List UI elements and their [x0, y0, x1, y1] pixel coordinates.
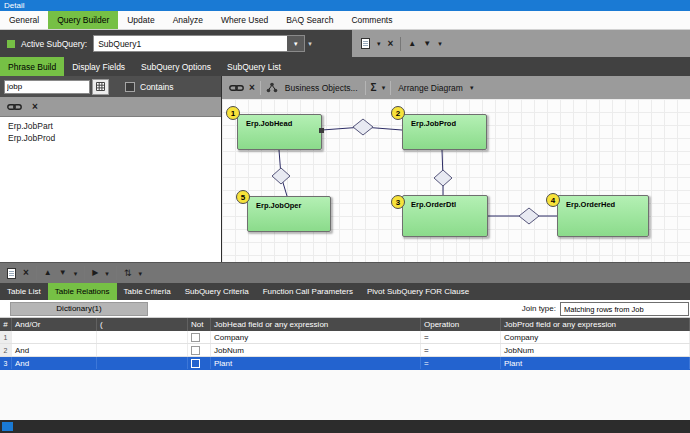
- cell-right-field[interactable]: JobNum: [501, 344, 690, 356]
- tab-analyze[interactable]: Analyze: [164, 11, 212, 29]
- cell-and-or[interactable]: And: [12, 344, 97, 356]
- diagram-table-jobprod[interactable]: Erp.JobProd: [402, 114, 487, 150]
- cell-open-paren[interactable]: [97, 357, 188, 369]
- chevron-down-icon[interactable]: ▾: [74, 270, 78, 277]
- cell-right-field[interactable]: Plant: [501, 357, 690, 369]
- table-lookup-button[interactable]: [92, 79, 109, 95]
- cell-open-paren[interactable]: [97, 331, 188, 343]
- dictionary-button[interactable]: Dictionary(1): [10, 302, 148, 316]
- list-item[interactable]: Erp.JobProd: [0, 132, 221, 144]
- col-right-field[interactable]: JobProd field or any expression: [501, 318, 690, 331]
- add-link-button[interactable]: [7, 102, 22, 112]
- move-up-button[interactable]: ▲: [408, 40, 416, 48]
- cell-right-field[interactable]: Company: [501, 331, 690, 343]
- chevron-down-icon[interactable]: ▾: [308, 40, 312, 48]
- tab-display-fields[interactable]: Display Fields: [64, 57, 133, 76]
- grid-header: # And/Or ( Not JobHead field or any expr…: [0, 318, 690, 331]
- join-diamond[interactable]: [353, 119, 373, 135]
- join-type-input[interactable]: [560, 302, 689, 316]
- arrange-diagram-button[interactable]: Arrange Diagram: [396, 83, 465, 93]
- cell-not[interactable]: [188, 357, 211, 369]
- query-diagram-canvas[interactable]: Erp.JobHead 1 Erp.JobProd 2 Erp.JobOper …: [222, 99, 690, 262]
- tab-subquery-options[interactable]: SubQuery Options: [133, 57, 219, 76]
- col-num[interactable]: #: [0, 318, 12, 331]
- tab-query-builder[interactable]: Query Builder: [48, 11, 118, 29]
- active-subquery-label: Active SubQuery:: [21, 39, 87, 49]
- toolbar-separator: [390, 81, 391, 95]
- tab-table-list[interactable]: Table List: [0, 283, 48, 300]
- delete-subquery-button[interactable]: ×: [388, 39, 394, 49]
- chevron-down-icon[interactable]: ▾: [138, 270, 142, 277]
- cell-operation[interactable]: =: [421, 344, 501, 356]
- diagram-table-orderhed[interactable]: Erp.OrderHed: [557, 195, 649, 237]
- not-checkbox[interactable]: [191, 346, 200, 355]
- table-row-selected[interactable]: 3 And Plant = Plant: [0, 357, 690, 370]
- move-row-down-button[interactable]: ▼: [59, 269, 67, 277]
- col-left-field[interactable]: JobHead field or any expression: [211, 318, 421, 331]
- cell-left-field[interactable]: Plant: [211, 357, 421, 369]
- join-diamond[interactable]: [434, 170, 452, 186]
- chevron-down-icon[interactable]: ▾: [438, 40, 442, 47]
- table-row[interactable]: 2 And JobNum = JobNum: [0, 344, 690, 357]
- col-operation[interactable]: Operation: [421, 318, 501, 331]
- run-button[interactable]: ▶: [92, 269, 98, 277]
- tab-comments[interactable]: Comments: [342, 11, 401, 29]
- new-subquery-button[interactable]: [361, 38, 370, 49]
- sort-az-icon[interactable]: ⇅: [124, 269, 132, 278]
- cell-and-or[interactable]: And: [12, 357, 97, 369]
- col-not[interactable]: Not: [188, 318, 211, 331]
- move-down-button[interactable]: ▼: [423, 40, 431, 48]
- cell-and-or[interactable]: [12, 331, 97, 343]
- tab-subquery-list[interactable]: SubQuery List: [219, 57, 289, 76]
- chevron-down-icon[interactable]: ▾: [377, 40, 381, 47]
- tab-function-call-parameters[interactable]: Function Call Parameters: [256, 283, 360, 300]
- business-objects-button[interactable]: [266, 82, 278, 93]
- diagram-table-jobhead[interactable]: Erp.JobHead: [237, 114, 322, 150]
- chevron-down-icon[interactable]: ▾: [382, 84, 386, 91]
- sigma-button[interactable]: Σ: [371, 83, 377, 93]
- chevron-down-icon[interactable]: ▾: [105, 270, 109, 277]
- cell-open-paren[interactable]: [97, 344, 188, 356]
- business-objects-label[interactable]: Business Objects...: [283, 83, 360, 93]
- chevron-down-icon[interactable]: ▾: [470, 84, 474, 91]
- join-diamond[interactable]: [272, 168, 290, 184]
- remove-table-button[interactable]: ×: [32, 102, 38, 112]
- not-checkbox[interactable]: [191, 333, 200, 342]
- delete-row-button[interactable]: ×: [23, 268, 29, 278]
- join-diamond[interactable]: [519, 208, 539, 224]
- row-number: 3: [0, 357, 12, 369]
- col-open-paren[interactable]: (: [97, 318, 188, 331]
- col-and-or[interactable]: And/Or: [12, 318, 97, 331]
- list-item[interactable]: Erp.JobPart: [0, 120, 221, 132]
- chevron-down-icon[interactable]: ▾: [287, 36, 304, 51]
- tab-baq-search[interactable]: BAQ Search: [277, 11, 342, 29]
- cell-left-field[interactable]: Company: [211, 331, 421, 343]
- tab-pivot-subquery-for-clause[interactable]: Pivot SubQuery FOR Clause: [360, 283, 476, 300]
- tab-subquery-criteria[interactable]: SubQuery Criteria: [178, 283, 256, 300]
- tab-table-criteria[interactable]: Table Criteria: [117, 283, 178, 300]
- cell-not[interactable]: [188, 344, 211, 356]
- table-relations-grid: # And/Or ( Not JobHead field or any expr…: [0, 318, 690, 420]
- contains-checkbox[interactable]: [125, 82, 135, 92]
- table-search-input[interactable]: [4, 80, 90, 94]
- diagram-table-joboper[interactable]: Erp.JobOper: [247, 196, 331, 232]
- tab-general[interactable]: General: [0, 11, 48, 29]
- active-subquery-select[interactable]: SubQuery1 ▾: [93, 35, 305, 52]
- delete-diagram-item-button[interactable]: ×: [249, 83, 255, 93]
- tab-phrase-build[interactable]: Phrase Build: [0, 57, 64, 76]
- tab-where-used[interactable]: Where Used: [212, 11, 277, 29]
- copy-row-button[interactable]: [7, 268, 16, 279]
- not-checkbox[interactable]: [191, 359, 200, 368]
- table-row[interactable]: 1 Company = Company: [0, 331, 690, 344]
- cell-left-field[interactable]: JobNum: [211, 344, 421, 356]
- cell-operation[interactable]: =: [421, 357, 501, 369]
- move-row-up-button[interactable]: ▲: [44, 269, 52, 277]
- page-copy-icon: [7, 268, 16, 279]
- tab-table-relations[interactable]: Table Relations: [48, 283, 117, 300]
- cell-operation[interactable]: =: [421, 331, 501, 343]
- diagram-table-orderdtl[interactable]: Erp.OrderDtl: [402, 195, 488, 237]
- subquery-tab-bar: Phrase Build Display Fields SubQuery Opt…: [0, 57, 690, 76]
- tab-update[interactable]: Update: [118, 11, 163, 29]
- cell-not[interactable]: [188, 331, 211, 343]
- link-tables-button[interactable]: [229, 83, 244, 93]
